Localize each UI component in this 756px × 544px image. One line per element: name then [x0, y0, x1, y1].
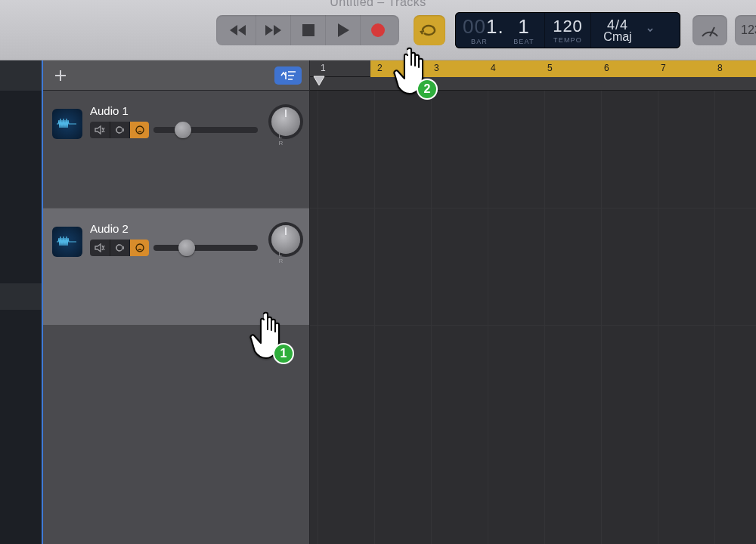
- pan-knob[interactable]: L R: [271, 225, 300, 254]
- ruler-bar-number: 2: [377, 63, 383, 73]
- playhead[interactable]: [313, 76, 325, 89]
- track-type-icon: [52, 109, 82, 139]
- mute-button[interactable]: [90, 240, 110, 256]
- volume-slider[interactable]: [153, 127, 258, 133]
- timeline-ruler[interactable]: 12345678: [310, 60, 756, 77]
- record-enable-button[interactable]: [129, 122, 149, 138]
- transport-controls: [216, 15, 399, 45]
- ruler-bar-number: 8: [717, 63, 723, 73]
- pan-knob[interactable]: L R: [271, 107, 300, 136]
- track-name[interactable]: Audio 1: [90, 104, 262, 117]
- arrange-area[interactable]: 12345678: [310, 60, 756, 544]
- forward-button[interactable]: [256, 15, 290, 45]
- track-header[interactable]: Audio 2 L R: [43, 208, 309, 325]
- lcd-beat[interactable]: 1 BEAT: [503, 12, 544, 48]
- ruler-bar-number: 6: [604, 63, 609, 73]
- ruler-bar-number: 3: [434, 63, 439, 73]
- track-filter-button[interactable]: [274, 66, 302, 85]
- mute-button[interactable]: [90, 122, 110, 138]
- svg-rect-0: [302, 24, 314, 36]
- document-title: Untitled – Tracks: [0, 0, 756, 9]
- lcd-tempo[interactable]: 120 TEMPO: [545, 12, 590, 48]
- track-type-icon: [52, 227, 82, 257]
- track-header-panel: Audio 1 L R: [42, 60, 310, 544]
- volume-slider[interactable]: [153, 245, 258, 251]
- add-track-button[interactable]: [51, 67, 70, 84]
- workspace: Audio 1 L R: [0, 60, 756, 544]
- rewind-button[interactable]: [221, 15, 256, 45]
- cycle-button[interactable]: [414, 15, 445, 45]
- lcd-key[interactable]: 4/4 Cmaj: [591, 12, 644, 48]
- ruler-bar-number: 5: [547, 63, 553, 73]
- left-gutter: [0, 60, 42, 544]
- svg-point-1: [371, 23, 385, 37]
- track-name[interactable]: Audio 2: [90, 222, 262, 235]
- track-header[interactable]: Audio 1 L R: [43, 91, 309, 208]
- timeline-subruler[interactable]: [310, 77, 756, 91]
- lcd-menu-chevron[interactable]: [644, 12, 656, 48]
- top-toolbar: Untitled – Tracks 001. BAR 1 BEAT: [0, 0, 756, 60]
- tuner-button[interactable]: [692, 15, 727, 45]
- stop-button[interactable]: [290, 15, 325, 45]
- solo-button[interactable]: [110, 240, 129, 256]
- play-button[interactable]: [325, 15, 360, 45]
- ruler-bar-number: 4: [491, 63, 496, 73]
- solo-button[interactable]: [110, 122, 129, 138]
- cycle-region[interactable]: [370, 60, 756, 77]
- lcd-display: 001. BAR 1 BEAT 120 TEMPO 4/4 Cmaj: [455, 12, 680, 48]
- track-panel-header: [43, 60, 309, 91]
- lcd-bar[interactable]: 001. BAR: [455, 12, 503, 48]
- ruler-bar-number: 1: [321, 63, 326, 73]
- record-enable-button[interactable]: [129, 240, 149, 256]
- ruler-bar-number: 7: [661, 63, 666, 73]
- record-button[interactable]: [360, 15, 395, 45]
- count-in-button[interactable]: 1234: [735, 15, 756, 45]
